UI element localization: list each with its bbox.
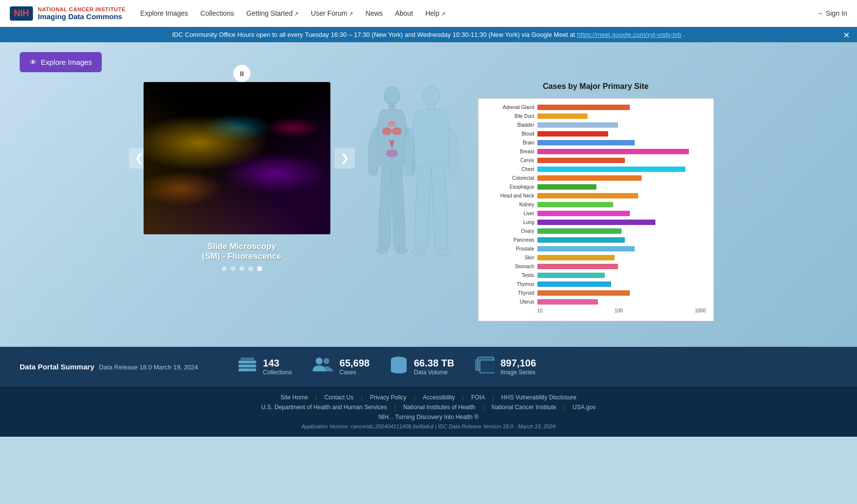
bar-row: Breast: [483, 148, 706, 155]
bar-fill: [537, 202, 613, 207]
svg-point-20: [324, 358, 329, 364]
bar-fill: [537, 228, 622, 234]
banner-close-button[interactable]: ✕: [843, 30, 850, 39]
pause-button[interactable]: ⏸: [233, 65, 250, 82]
collections-icon: [237, 357, 257, 377]
bar-fill: [537, 281, 612, 287]
bar-row: Chest: [483, 166, 706, 173]
banner-text: IDC Community Office Hours open to all e…: [172, 31, 577, 38]
svg-rect-18: [240, 358, 254, 360]
bar-label: Stomach: [483, 264, 537, 269]
bar-track: [537, 175, 706, 181]
database-icon: [389, 356, 408, 378]
institute-name: NATIONAL CANCER INSTITUTE: [38, 6, 125, 12]
bar-row: Esophagus: [483, 183, 706, 191]
footer-nci[interactable]: National Cancer Institute: [492, 404, 556, 411]
commons-name: Imaging Data Commons: [38, 12, 125, 21]
image-series-number: 897,106: [501, 358, 536, 369]
eye-icon: 👁: [30, 58, 37, 66]
sign-in-arrow: →: [816, 9, 823, 17]
sign-in-button[interactable]: → Sign In: [816, 9, 847, 17]
stat-image-series: 897,106 Image Series: [474, 356, 536, 377]
banner-link[interactable]: https://meet.google.com/xyt-vody-tvb: [577, 31, 681, 38]
bar-fill: [537, 122, 619, 128]
footer-hhs-dept[interactable]: U.S. Department of Health and Human Serv…: [261, 404, 386, 411]
bar-fill: [537, 140, 635, 145]
carousel-slide: [144, 82, 330, 234]
image-carousel: ⏸ ❮ ❯ Slide Microscopy(SM) - Fluorescenc…: [144, 82, 340, 271]
bar-row: Bile Duct: [483, 112, 706, 120]
bar-fill: [537, 273, 605, 278]
svg-point-2: [376, 248, 388, 253]
nav-collections[interactable]: Collections: [201, 9, 234, 17]
bar-track: [537, 220, 706, 225]
bar-row: Kidney: [483, 201, 706, 208]
svg-point-14: [390, 105, 394, 108]
bar-fill: [537, 211, 630, 216]
svg-rect-16: [238, 364, 256, 367]
footer-contact[interactable]: Contact Us: [325, 394, 354, 401]
nav-explore[interactable]: Explore Images: [140, 9, 188, 17]
svg-point-13: [437, 249, 450, 255]
bar-fill: [537, 184, 596, 190]
dot-5[interactable]: [257, 266, 262, 271]
nav-news[interactable]: News: [365, 9, 383, 17]
bar-label: Brain: [483, 140, 537, 145]
dot-3[interactable]: [239, 266, 244, 271]
bar-label: Blood: [483, 131, 537, 137]
body-diagram: [355, 82, 463, 288]
bar-track: [537, 255, 706, 260]
chart-area: Adrenal GlandBile DuctBladderBloodBrainB…: [478, 98, 714, 321]
nav-links: Explore Images Collections Getting Start…: [140, 9, 816, 17]
bar-fill: [537, 131, 608, 137]
footer-usa-gov[interactable]: USA.gov: [572, 404, 595, 411]
content-row: ⏸ ❮ ❯ Slide Microscopy(SM) - Fluorescenc…: [20, 82, 837, 321]
stat-collections: 143 Collections: [237, 357, 292, 377]
anatomy-svg: [360, 82, 458, 288]
nav-user-forum[interactable]: User Forum: [311, 9, 353, 17]
bar-row: Bladder: [483, 121, 706, 129]
footer-privacy[interactable]: Privacy Policy: [370, 394, 407, 401]
nav-about[interactable]: About: [395, 9, 413, 17]
bar-label: Esophagus: [483, 184, 537, 190]
bar-label: Adrenal Gland: [483, 105, 537, 110]
bar-track: [537, 184, 706, 190]
footer-foia[interactable]: FOIA: [471, 394, 485, 401]
footer-hhs[interactable]: HHS Vulnerability Disclosure: [502, 394, 577, 401]
bar-fill: [537, 158, 625, 163]
footer-version: Application Version: canceridc.202404111…: [10, 423, 847, 429]
carousel-caption: Slide Microscopy(SM) - Fluorescence: [144, 242, 340, 261]
data-volume-label: Data Volume: [414, 369, 454, 376]
carousel-next[interactable]: ❯: [334, 148, 355, 168]
bar-fill: [537, 167, 686, 172]
dot-1[interactable]: [222, 266, 227, 271]
footer-accessibility[interactable]: Accessibility: [423, 394, 455, 401]
bar-fill: [537, 220, 655, 225]
bar-row: Liver: [483, 210, 706, 217]
bar-track: [537, 158, 706, 163]
data-volume-number: 66.38 TB: [414, 358, 454, 369]
footer-nih[interactable]: National Institutes of Health: [403, 404, 475, 411]
nav-getting-started[interactable]: Getting Started: [246, 9, 298, 17]
footer-site-home[interactable]: Site Home: [280, 394, 308, 401]
x-axis-label: 10: [537, 308, 543, 313]
bar-track: [537, 113, 706, 119]
bar-track: [537, 105, 706, 110]
announcement-banner: IDC Community Office Hours open to all e…: [0, 27, 857, 42]
bar-fill: [537, 299, 598, 305]
collections-number: 143: [263, 358, 292, 369]
collections-stat-text: 143 Collections: [263, 358, 292, 376]
chart-title: Cases by Major Primary Site: [478, 82, 714, 91]
svg-rect-17: [238, 368, 256, 371]
bar-track: [537, 246, 706, 252]
bar-label: Lung: [483, 220, 537, 225]
nav-help[interactable]: Help: [425, 9, 445, 17]
svg-point-0: [384, 86, 400, 105]
summary-release: Data Release 18.0 March 19, 2024: [99, 364, 198, 371]
logo: NIH NATIONAL CANCER INSTITUTE Imaging Da…: [10, 6, 125, 21]
svg-point-12: [412, 249, 426, 255]
nih-badge: NIH: [10, 6, 33, 21]
dot-4[interactable]: [248, 266, 253, 271]
dot-2[interactable]: [231, 266, 236, 271]
explore-images-button[interactable]: 👁 Explore Images: [20, 52, 102, 72]
